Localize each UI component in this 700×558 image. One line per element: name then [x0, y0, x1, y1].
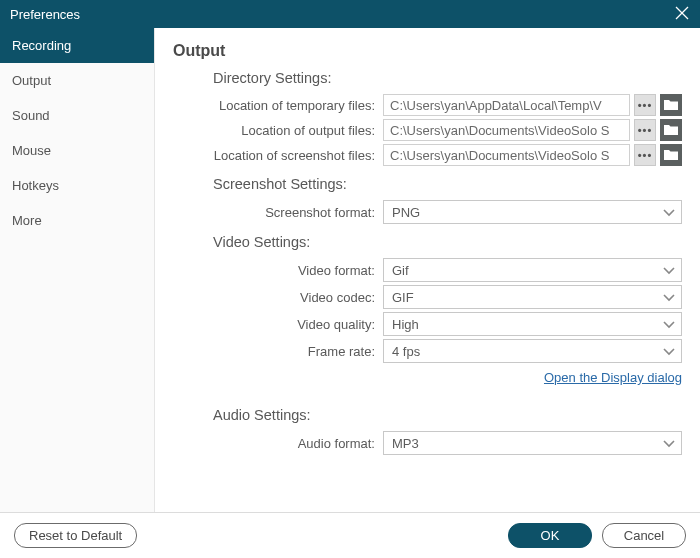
video-format-dropdown[interactable]: Gif	[383, 258, 682, 282]
reset-to-default-button[interactable]: Reset to Default	[14, 523, 137, 548]
dropdown-value: GIF	[392, 290, 414, 305]
output-files-label: Location of output files:	[173, 123, 383, 138]
audio-format-row: Audio format: MP3	[173, 431, 682, 455]
video-format-label: Video format:	[173, 263, 383, 278]
folder-icon	[664, 123, 678, 138]
screenshot-format-dropdown[interactable]: PNG	[383, 200, 682, 224]
frame-rate-label: Frame rate:	[173, 344, 383, 359]
output-files-browse-button[interactable]: •••	[634, 119, 656, 141]
video-quality-row: Video quality: High	[173, 312, 682, 336]
titlebar: Preferences	[0, 0, 700, 28]
sidebar-item-more[interactable]: More	[0, 203, 154, 238]
screenshot-files-row: Location of screenshot files: C:\Users\y…	[173, 144, 682, 166]
sidebar-item-output[interactable]: Output	[0, 63, 154, 98]
screenshot-files-path[interactable]: C:\Users\yan\Documents\VideoSolo S	[383, 144, 630, 166]
footer: Reset to Default OK Cancel	[0, 512, 700, 558]
audio-settings-title: Audio Settings:	[213, 407, 682, 423]
dropdown-value: MP3	[392, 436, 419, 451]
chevron-down-icon	[663, 317, 675, 332]
sidebar-item-label: Output	[12, 73, 51, 88]
dropdown-value: PNG	[392, 205, 420, 220]
dropdown-value: High	[392, 317, 419, 332]
video-format-row: Video format: Gif	[173, 258, 682, 282]
temp-files-path[interactable]: C:\Users\yan\AppData\Local\Temp\V	[383, 94, 630, 116]
output-files-row: Location of output files: C:\Users\yan\D…	[173, 119, 682, 141]
sidebar: Recording Output Sound Mouse Hotkeys Mor…	[0, 28, 155, 512]
chevron-down-icon	[663, 205, 675, 220]
ellipsis-icon: •••	[638, 124, 653, 136]
ellipsis-icon: •••	[638, 149, 653, 161]
sidebar-item-sound[interactable]: Sound	[0, 98, 154, 133]
frame-rate-row: Frame rate: 4 fps	[173, 339, 682, 363]
screenshot-settings-title: Screenshot Settings:	[213, 176, 682, 192]
temp-files-browse-button[interactable]: •••	[634, 94, 656, 116]
temp-files-open-folder-button[interactable]	[660, 94, 682, 116]
dropdown-value: 4 fps	[392, 344, 420, 359]
screenshot-files-browse-button[interactable]: •••	[634, 144, 656, 166]
ok-button[interactable]: OK	[508, 523, 592, 548]
sidebar-item-hotkeys[interactable]: Hotkeys	[0, 168, 154, 203]
screenshot-format-label: Screenshot format:	[173, 205, 383, 220]
video-quality-label: Video quality:	[173, 317, 383, 332]
frame-rate-dropdown[interactable]: 4 fps	[383, 339, 682, 363]
sidebar-item-label: More	[12, 213, 42, 228]
sidebar-item-label: Mouse	[12, 143, 51, 158]
folder-icon	[664, 148, 678, 163]
chevron-down-icon	[663, 436, 675, 451]
chevron-down-icon	[663, 263, 675, 278]
video-quality-dropdown[interactable]: High	[383, 312, 682, 336]
chevron-down-icon	[663, 344, 675, 359]
temp-files-label: Location of temporary files:	[173, 98, 383, 113]
screenshot-files-label: Location of screenshot files:	[173, 148, 383, 163]
sidebar-item-label: Recording	[12, 38, 71, 53]
page-title: Output	[173, 42, 682, 60]
open-display-dialog-link[interactable]: Open the Display dialog	[544, 370, 682, 385]
cancel-button[interactable]: Cancel	[602, 523, 686, 548]
chevron-down-icon	[663, 290, 675, 305]
video-codec-row: Video codec: GIF	[173, 285, 682, 309]
sidebar-item-label: Sound	[12, 108, 50, 123]
output-files-open-folder-button[interactable]	[660, 119, 682, 141]
screenshot-format-row: Screenshot format: PNG	[173, 200, 682, 224]
video-codec-label: Video codec:	[173, 290, 383, 305]
folder-icon	[664, 98, 678, 113]
directory-settings-title: Directory Settings:	[213, 70, 682, 86]
close-button[interactable]	[672, 4, 692, 24]
audio-format-label: Audio format:	[173, 436, 383, 451]
temp-files-row: Location of temporary files: C:\Users\ya…	[173, 94, 682, 116]
close-icon	[675, 6, 689, 23]
ellipsis-icon: •••	[638, 99, 653, 111]
audio-format-dropdown[interactable]: MP3	[383, 431, 682, 455]
output-files-path[interactable]: C:\Users\yan\Documents\VideoSolo S	[383, 119, 630, 141]
video-settings-title: Video Settings:	[213, 234, 682, 250]
sidebar-item-recording[interactable]: Recording	[0, 28, 154, 63]
video-codec-dropdown[interactable]: GIF	[383, 285, 682, 309]
dropdown-value: Gif	[392, 263, 409, 278]
sidebar-item-label: Hotkeys	[12, 178, 59, 193]
main-content: Output Directory Settings: Location of t…	[155, 28, 700, 512]
sidebar-item-mouse[interactable]: Mouse	[0, 133, 154, 168]
titlebar-title: Preferences	[10, 7, 80, 22]
screenshot-files-open-folder-button[interactable]	[660, 144, 682, 166]
